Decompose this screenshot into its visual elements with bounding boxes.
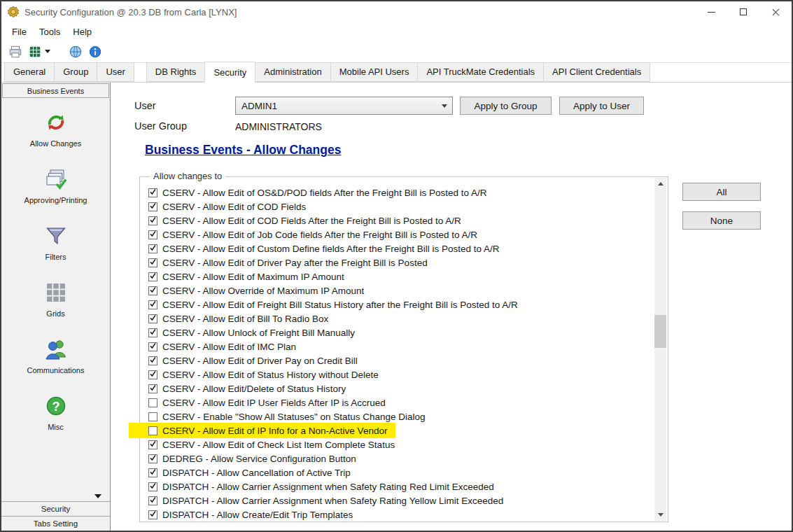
close-button[interactable] bbox=[759, 1, 792, 22]
checkbox-unchecked-icon[interactable] bbox=[148, 412, 157, 421]
sidebar-footer-security[interactable]: Security bbox=[1, 501, 110, 516]
scroll-down-button[interactable] bbox=[654, 509, 666, 521]
scrollbar-thumb[interactable] bbox=[654, 315, 666, 348]
checkbox-checked-icon[interactable] bbox=[148, 188, 157, 197]
sidebar-item-approving-printing[interactable]: Approving/Printing bbox=[1, 167, 110, 204]
checkbox-checked-icon[interactable] bbox=[148, 370, 157, 379]
sidebar-item-label: Filters bbox=[45, 253, 66, 261]
sidebar-item-allow-changes[interactable]: Allow Changes bbox=[1, 110, 110, 148]
list-item-label: CSERV - Allow Edit of IP Info for a Non-… bbox=[162, 426, 387, 436]
checkbox-checked-icon[interactable] bbox=[148, 272, 157, 281]
sidebar-footer-tabs-setting[interactable]: Tabs Setting bbox=[1, 516, 110, 531]
checkbox-checked-icon[interactable] bbox=[148, 496, 157, 505]
apply-to-group-button[interactable]: Apply to Group bbox=[460, 97, 552, 115]
list-item-label: CSERV - Allow Unlock of Freight Bill Man… bbox=[162, 328, 355, 338]
sidebar-scroll-down-button[interactable] bbox=[1, 491, 110, 501]
tab-security[interactable]: Security bbox=[204, 62, 255, 83]
tab-api-truckmate-credentials[interactable]: API TruckMate Credentials bbox=[417, 62, 544, 82]
menu-tools[interactable]: Tools bbox=[33, 24, 66, 40]
checkbox-checked-icon[interactable] bbox=[148, 356, 157, 365]
list-item[interactable]: CSERV - Allow Edit of Maximum IP Amount bbox=[148, 270, 651, 284]
tab-db-rights[interactable]: DB Rights bbox=[146, 62, 206, 82]
user-combobox[interactable]: ADMIN1 bbox=[235, 97, 453, 115]
list-item[interactable]: CSERV - Allow Edit of Custom Define fiel… bbox=[148, 241, 651, 255]
list-item[interactable]: CSERV - Allow Edit of Freight Bill Statu… bbox=[148, 298, 651, 312]
list-item[interactable]: CSERV - Allow Edit/Delete of Status Hist… bbox=[148, 382, 651, 396]
tab-group[interactable]: Group bbox=[54, 62, 97, 82]
menu-file[interactable]: File bbox=[6, 24, 33, 40]
sidebar-item-communications[interactable]: Communications bbox=[1, 337, 110, 374]
tab-administration[interactable]: Administration bbox=[255, 62, 330, 82]
maximize-button[interactable] bbox=[727, 1, 759, 22]
list-item[interactable]: CSERV - Allow Edit of IP Info for a Non-… bbox=[148, 424, 387, 438]
sidebar-header: Business Events bbox=[2, 83, 109, 98]
checkbox-checked-icon[interactable] bbox=[148, 482, 157, 491]
list-item[interactable]: CSERV - Allow Edit IP User Fields After … bbox=[148, 396, 651, 410]
list-item[interactable]: CSERV - Allow Edit of OS&D/POD fields Af… bbox=[148, 186, 651, 200]
tab-api-client-credentials[interactable]: API Client Credentials bbox=[543, 62, 650, 82]
checkbox-checked-icon[interactable] bbox=[148, 216, 157, 225]
checkbox-checked-icon[interactable] bbox=[148, 342, 157, 351]
list-item[interactable]: DISPATCH - Allow Cancellation of Active … bbox=[148, 465, 651, 479]
list-item[interactable]: CSERV - Allow Edit of Bill To Radio Box bbox=[148, 312, 651, 326]
apply-to-user-button[interactable]: Apply to User bbox=[559, 97, 644, 115]
combobox-dropdown-icon[interactable] bbox=[437, 97, 452, 114]
export-button[interactable] bbox=[27, 43, 52, 60]
list-item[interactable]: DISPATCH - Allow Carrier Assignment when… bbox=[148, 479, 651, 493]
checkbox-checked-icon[interactable] bbox=[148, 286, 157, 295]
checkbox-checked-icon[interactable] bbox=[148, 454, 157, 463]
sidebar-item-filters[interactable]: Filters bbox=[1, 223, 110, 261]
scroll-up-button[interactable] bbox=[654, 178, 666, 190]
tab-general[interactable]: General bbox=[4, 62, 55, 82]
checkbox-checked-icon[interactable] bbox=[148, 300, 157, 309]
list-item-label: DEDREG - Allow Service Configuration But… bbox=[162, 454, 356, 464]
list-item[interactable]: CSERV - Allow Edit of Status History wit… bbox=[148, 368, 651, 382]
list-item[interactable]: DISPATCH - Allow Carrier Assignment when… bbox=[148, 493, 651, 507]
list-item[interactable]: CSERV - Allow Edit of Driver Pay after t… bbox=[148, 255, 651, 270]
about-button[interactable] bbox=[87, 43, 104, 60]
list-item[interactable]: CSERV - Allow Edit of COD Fields After t… bbox=[148, 214, 651, 227]
list-item-label: CSERV - Allow Edit of Bill To Radio Box bbox=[162, 314, 328, 324]
checkbox-checked-icon[interactable] bbox=[148, 468, 157, 477]
checkbox-checked-icon[interactable] bbox=[148, 384, 157, 393]
list-item[interactable]: CSERV - Allow Override of Maximum IP Amo… bbox=[148, 284, 651, 298]
tab-user[interactable]: User bbox=[97, 62, 134, 82]
list-item[interactable]: DEDREG - Allow Service Configuration But… bbox=[148, 451, 651, 465]
web-help-button[interactable] bbox=[67, 43, 84, 60]
section-heading: Business Events - Allow Changes bbox=[145, 143, 341, 158]
minimize-button[interactable] bbox=[695, 1, 727, 22]
list-item[interactable]: CSERV - Allow Edit of Check List Item Co… bbox=[148, 438, 651, 451]
checkbox-checked-icon[interactable] bbox=[148, 440, 157, 449]
sidebar-item-misc[interactable]: ?Misc bbox=[1, 393, 110, 431]
list-item-label: CSERV - Allow Edit of COD Fields bbox=[162, 202, 306, 212]
checkbox-checked-icon[interactable] bbox=[148, 230, 157, 239]
all-button[interactable]: All bbox=[682, 183, 761, 201]
list-item[interactable]: CSERV - Allow Unlock of Freight Bill Man… bbox=[148, 326, 651, 340]
sidebar-item-label: Misc bbox=[48, 423, 64, 431]
minimize-icon bbox=[708, 12, 715, 13]
tab-mobile-api-users[interactable]: Mobile API Users bbox=[330, 62, 419, 82]
checkbox-checked-icon[interactable] bbox=[148, 328, 157, 337]
print-button[interactable] bbox=[7, 43, 24, 60]
checkbox-list: CSERV - Allow Edit of OS&D/POD fields Af… bbox=[148, 186, 651, 522]
checkbox-unchecked-icon[interactable] bbox=[148, 398, 157, 407]
checkbox-checked-icon[interactable] bbox=[148, 202, 157, 211]
none-button[interactable]: None bbox=[682, 211, 761, 230]
list-item[interactable]: CSERV - Enable "Show All Statuses" on St… bbox=[148, 410, 651, 424]
export-dropdown-caret-icon[interactable] bbox=[45, 50, 50, 53]
list-item[interactable]: CSERV - Allow Edit of IMC Plan bbox=[148, 340, 651, 354]
sidebar-item-grids[interactable]: Grids bbox=[1, 280, 110, 318]
checkbox-unchecked-icon[interactable] bbox=[148, 426, 157, 435]
list-item[interactable]: CSERV - Allow Edit of COD Fields bbox=[148, 200, 651, 214]
checkbox-checked-icon[interactable] bbox=[148, 244, 157, 253]
list-item[interactable]: DISPATCH - Allow Create/Edit Trip Templa… bbox=[148, 507, 651, 522]
list-item-label: CSERV - Allow Edit/Delete of Status Hist… bbox=[162, 384, 346, 394]
filter-icon bbox=[43, 223, 69, 248]
menu-help[interactable]: Help bbox=[66, 24, 98, 40]
list-item[interactable]: CSERV - Allow Edit of Job Code fields Af… bbox=[148, 227, 651, 241]
checkbox-checked-icon[interactable] bbox=[148, 258, 157, 267]
list-scrollbar[interactable] bbox=[654, 178, 666, 521]
checkbox-checked-icon[interactable] bbox=[148, 510, 157, 519]
checkbox-checked-icon[interactable] bbox=[148, 314, 157, 323]
list-item[interactable]: CSERV - Allow Edit of Driver Pay on Cred… bbox=[148, 354, 651, 368]
